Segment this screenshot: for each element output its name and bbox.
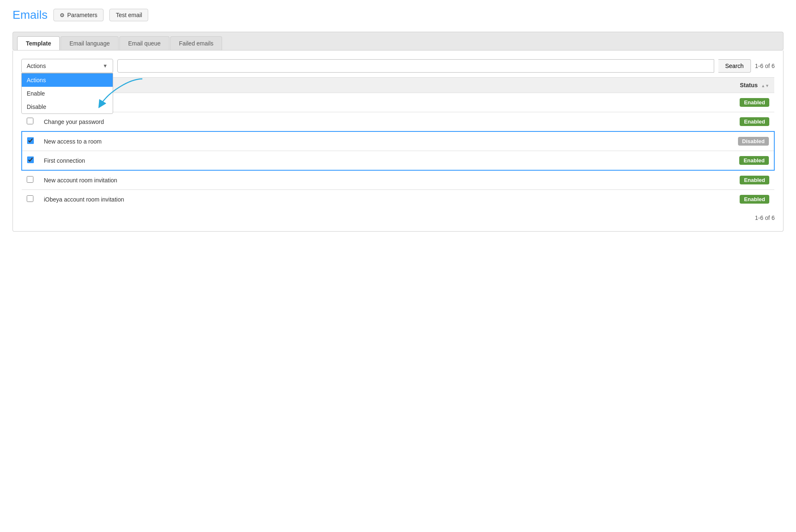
status-badge: Enabled	[740, 117, 769, 126]
col-status: Status ▲▼	[543, 78, 774, 93]
search-input[interactable]	[117, 59, 714, 73]
row-checkbox-2[interactable]	[27, 118, 33, 124]
row-name: Forgot your password	[39, 93, 543, 112]
gear-icon: ⚙	[60, 12, 65, 18]
dropdown-item-actions[interactable]: Actions	[22, 73, 113, 87]
actions-dropdown-menu: Actions Enable Disable	[21, 73, 113, 114]
table-row: iObeya account room invitationEnabled	[22, 190, 774, 209]
row-checkbox-5[interactable]	[27, 176, 33, 183]
actions-dropdown-wrapper: Actions ▼ Actions Enable Disable	[21, 59, 113, 73]
row-checkbox-3[interactable]	[27, 137, 34, 144]
status-badge: Enabled	[740, 98, 769, 107]
table-row: New access to a roomDisabled	[22, 131, 774, 151]
col-name	[39, 78, 543, 93]
sort-arrows-status[interactable]: ▲▼	[761, 83, 769, 88]
tab-email-language[interactable]: Email language	[61, 36, 119, 50]
row-checkbox-4[interactable]	[27, 156, 34, 163]
tabs-container: Template Email language Email queue Fail…	[13, 32, 783, 50]
toolbar: Actions ▼ Actions Enable Disable	[21, 59, 775, 73]
dropdown-item-enable[interactable]: Enable	[22, 87, 113, 100]
table-row: Change your passwordEnabled	[22, 112, 774, 132]
parameters-button[interactable]: ⚙ Parameters	[53, 9, 104, 21]
tabs-row: Template Email language Email queue Fail…	[17, 36, 779, 50]
actions-dropdown-button[interactable]: Actions ▼	[21, 59, 113, 73]
pagination-bottom: 1-6 of 6	[21, 209, 775, 223]
test-email-button[interactable]: Test email	[109, 9, 148, 21]
table-row: First connectionEnabled	[22, 151, 774, 171]
status-badge: Disabled	[738, 137, 769, 146]
pagination-top: 1-6 of 6	[755, 63, 775, 69]
table-row: New account room invitationEnabled	[22, 170, 774, 190]
status-badge: Enabled	[740, 195, 769, 204]
table-header-row: Status ▲▼	[22, 78, 774, 93]
page-header: Emails ⚙ Parameters Test email	[13, 8, 783, 22]
status-badge: Enabled	[739, 156, 769, 165]
row-checkbox-6[interactable]	[27, 195, 33, 202]
emails-table: Status ▲▼ Forgot your passwordEnabledCha…	[21, 77, 775, 209]
row-name: New access to a room	[39, 131, 543, 151]
dropdown-item-disable[interactable]: Disable	[22, 100, 113, 113]
search-button[interactable]: Search	[718, 59, 751, 73]
tab-template[interactable]: Template	[17, 36, 60, 50]
page-title: Emails	[13, 8, 48, 22]
tab-email-queue[interactable]: Email queue	[119, 36, 169, 50]
row-name: iObeya account room invitation	[39, 190, 543, 209]
row-name: Change your password	[39, 112, 543, 132]
content-area: Actions ▼ Actions Enable Disable	[13, 50, 783, 232]
tab-failed-emails[interactable]: Failed emails	[170, 36, 222, 50]
chevron-down-icon: ▼	[103, 63, 108, 69]
row-name: First connection	[39, 151, 543, 171]
row-name: New account room invitation	[39, 170, 543, 190]
table-row: Forgot your passwordEnabled	[22, 93, 774, 112]
status-badge: Enabled	[740, 176, 769, 184]
